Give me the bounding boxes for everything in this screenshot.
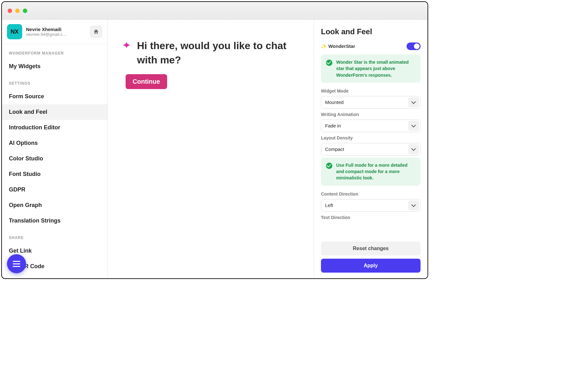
settings-panel: Look and Feel ✨ WonderStar Wonder Star i… [314, 20, 428, 278]
panel-footer: Reset changes Apply [314, 237, 428, 278]
layout-density-label: Layout Density [321, 135, 421, 140]
chevron-down-icon [408, 97, 419, 107]
chevron-down-icon [408, 144, 419, 154]
maximize-window-button[interactable] [23, 9, 27, 13]
hamburger-icon [13, 261, 20, 267]
sidebar-section-title: WONDERFORM MANAGER [2, 44, 108, 59]
home-button[interactable] [90, 25, 102, 38]
window-controls [8, 9, 27, 13]
content-direction-value: Left [325, 203, 333, 208]
reset-changes-button[interactable]: Reset changes [321, 242, 421, 255]
chevron-down-icon [408, 200, 419, 210]
layout-density-value: Compact [325, 146, 344, 152]
layout-density-select[interactable]: Compact [321, 143, 421, 156]
sidebar-scroll[interactable]: WONDERFORM MANAGER My Widgets SETTINGS F… [2, 44, 108, 278]
wonderstar-toggle[interactable] [407, 42, 421, 50]
sidebar-section-title: SHARE [2, 229, 108, 243]
layout-density-info: Use Full mode for a more detailed and co… [321, 158, 421, 186]
check-icon [326, 60, 332, 66]
sidebar-section-title: SETTINGS [2, 74, 108, 89]
menu-fab[interactable] [7, 254, 26, 273]
content-direction-select[interactable]: Left [321, 199, 421, 212]
avatar[interactable]: NX [7, 24, 22, 39]
sidebar-item-look-and-feel[interactable]: Look and Feel [2, 104, 108, 120]
writing-animation-label: Writing Animation [321, 112, 421, 117]
wonderstar-icon [121, 41, 132, 51]
widget-mode-select[interactable]: Mounted [321, 96, 421, 109]
user-name: Nevrie Xhemaili [26, 27, 86, 32]
sidebar-item-open-graph[interactable]: Open Graph [2, 197, 108, 213]
sidebar-item-form-source[interactable]: Form Source [2, 89, 108, 104]
writing-animation-value: Fade in [325, 123, 341, 128]
widget-mode-value: Mounted [325, 100, 343, 105]
greeting-row: Hi there, would you like to chat with me… [121, 39, 301, 67]
preview-area: Hi there, would you like to chat with me… [108, 20, 314, 278]
sidebar: NX Nevrie Xhemaili nevriee.94@gmail.c… W… [2, 20, 108, 278]
greeting-text: Hi there, would you like to chat with me… [137, 39, 301, 67]
content-direction-label: Content Direction [321, 191, 421, 197]
panel-scroll[interactable]: ✨ WonderStar Wonder Star is the small an… [314, 39, 428, 237]
user-info: Nevrie Xhemaili nevriee.94@gmail.c… [26, 27, 86, 37]
sidebar-header: NX Nevrie Xhemaili nevriee.94@gmail.c… [2, 20, 108, 44]
wonderstar-info: Wonder Star is the small animated star t… [321, 55, 421, 83]
text-direction-label: Text Direction [321, 215, 421, 220]
wonderstar-row: ✨ WonderStar [321, 39, 421, 55]
user-email: nevriee.94@gmail.c… [26, 32, 70, 37]
sidebar-item-my-widgets[interactable]: My Widgets [2, 59, 108, 74]
wonderstar-label: ✨ WonderStar [321, 43, 355, 49]
check-icon [326, 163, 332, 169]
minimize-window-button[interactable] [15, 9, 20, 13]
info-text: Use Full mode for a more detailed and co… [336, 162, 415, 181]
content: NX Nevrie Xhemaili nevriee.94@gmail.c… W… [2, 20, 428, 278]
sidebar-item-font-studio[interactable]: Font Studio [2, 166, 108, 182]
titlebar [2, 2, 428, 20]
writing-animation-select[interactable]: Fade in [321, 120, 421, 132]
panel-title: Look and Feel [314, 20, 428, 39]
apply-button[interactable]: Apply [321, 259, 421, 273]
home-icon [93, 29, 99, 35]
sidebar-item-gdpr[interactable]: GDPR [2, 182, 108, 197]
sidebar-item-color-studio[interactable]: Color Studio [2, 151, 108, 166]
close-window-button[interactable] [8, 9, 12, 13]
sidebar-item-ai-options[interactable]: AI Options [2, 135, 108, 151]
sidebar-item-introduction-editor[interactable]: Introduction Editor [2, 120, 108, 135]
widget-mode-label: Widget Mode [321, 88, 421, 94]
info-text: Wonder Star is the small animated star t… [336, 59, 415, 78]
sidebar-item-translation-strings[interactable]: Translation Strings [2, 213, 108, 229]
continue-button[interactable]: Continue [126, 74, 167, 89]
chevron-down-icon [408, 121, 419, 131]
app-window: NX Nevrie Xhemaili nevriee.94@gmail.c… W… [1, 1, 428, 279]
